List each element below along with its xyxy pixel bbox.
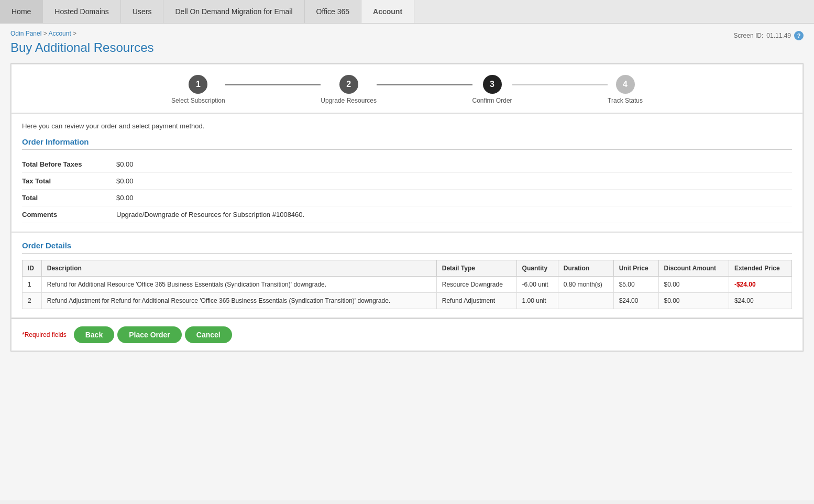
step-line-2 [377,84,472,85]
cell-duration [558,293,613,309]
cell-duration: 0.80 month(s) [558,277,613,293]
cell-detail-type: Resource Downgrade [436,277,516,293]
nav-item-account[interactable]: Account [361,0,414,23]
order-info-value: $0.00 [116,160,134,168]
table-column-header: Detail Type [436,260,516,277]
cell-unit-price: $24.00 [613,293,658,309]
table-row: 2Refund Adjustment for Refund for Additi… [23,293,792,309]
cell-quantity: -6.00 unit [516,277,558,293]
order-details-section: Order Details IDDescriptionDetail TypeQu… [11,233,803,318]
order-info-label: Comments [22,211,116,218]
help-icon[interactable]: ? [794,31,804,40]
nav-item-hosted-domains[interactable]: Hosted Domains [43,0,121,23]
cell-extended-price: $24.00 [729,293,791,309]
nav-item-users[interactable]: Users [121,0,164,23]
table-column-header: Discount Amount [658,260,729,277]
cell-discount-amount: $0.00 [658,293,729,309]
breadcrumb-odin-panel[interactable]: Odin Panel [10,30,41,37]
order-info-value: $0.00 [116,194,134,202]
screen-id-value: 01.11.49 [766,32,791,39]
cell-description: Refund Adjustment for Refund for Additio… [41,293,436,309]
cell-quantity: 1.00 unit [516,293,558,309]
order-details-title: Order Details [22,241,792,254]
footer: *Required fields BackPlace OrderCancel [11,319,803,351]
cell-description: Refund for Additional Resource 'Office 3… [41,277,436,293]
step-line-1 [225,84,321,85]
order-info-value: Upgrade/Downgrade of Resources for Subsc… [116,211,304,218]
order-info-row: Total Before Taxes $0.00 [22,156,792,173]
nav-item-home[interactable]: Home [0,0,43,23]
nav-item-office365[interactable]: Office 365 [305,0,362,23]
order-info-row: Tax Total $0.00 [22,173,792,190]
table-row: 1Refund for Additional Resource 'Office … [23,277,792,293]
cell-detail-type: Refund Adjustment [436,293,516,309]
place-order-button[interactable]: Place Order [117,326,182,343]
required-note: *Required fields [22,331,67,338]
step-label-2: Upgrade Resources [321,97,377,104]
step-line-3 [512,84,608,85]
table-column-header: Duration [558,260,613,277]
order-information-title: Order Information [22,137,792,150]
step-circle-1: 1 [189,75,207,94]
breadcrumb-account[interactable]: Account [48,30,71,37]
table-column-header: Extended Price [729,260,791,277]
order-info-section: Here you can review your order and selec… [11,114,803,232]
back-button[interactable]: Back [74,326,114,343]
order-info-label: Total [22,194,116,202]
table-column-header: Quantity [516,260,558,277]
cell-id: 1 [23,277,42,293]
table-column-header: Description [41,260,436,277]
cell-extended-price: -$24.00 [729,277,791,293]
order-details-table: IDDescriptionDetail TypeQuantityDuration… [22,260,792,309]
step-label-1: Select Subscription [171,97,225,104]
order-info-label: Tax Total [22,177,116,185]
step-label-3: Confirm Order [472,97,512,104]
step-1: 1Select Subscription [171,75,225,104]
step-4: 4Track Status [608,75,643,104]
order-info-label: Total Before Taxes [22,160,116,168]
cell-unit-price: $5.00 [613,277,658,293]
breadcrumb: Odin Panel > Account > [10,30,804,37]
order-info-row: Comments Upgrade/Downgrade of Resources … [22,206,792,223]
intro-text: Here you can review your order and selec… [22,122,792,130]
nav-item-dell-migration[interactable]: Dell On Demand Migration for Email [163,0,304,23]
screen-id-label: Screen ID: [734,32,764,39]
step-circle-4: 4 [616,75,635,94]
order-info-row: Total $0.00 [22,190,792,206]
cell-id: 2 [23,293,42,309]
step-2: 2Upgrade Resources [321,75,377,104]
step-label-4: Track Status [608,97,643,104]
table-column-header: Unit Price [613,260,658,277]
top-navigation: HomeHosted DomainsUsersDell On Demand Mi… [0,0,814,24]
step-circle-2: 2 [339,75,358,94]
order-info-value: $0.00 [116,177,134,185]
page-title: Buy Additional Resources [10,40,804,55]
table-column-header: ID [23,260,42,277]
stepper: 1Select Subscription2Upgrade Resources3C… [11,64,803,113]
step-circle-3: 3 [483,75,502,94]
cell-discount-amount: $0.00 [658,277,729,293]
step-3: 3Confirm Order [472,75,512,104]
cancel-button[interactable]: Cancel [185,326,232,343]
